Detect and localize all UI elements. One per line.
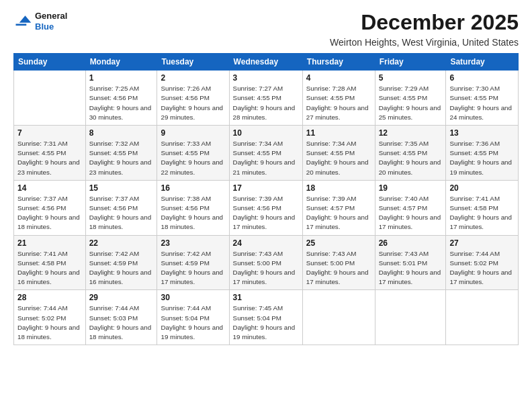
logo: General Blue [13, 11, 67, 32]
calendar-cell: 25Sunrise: 7:43 AMSunset: 5:00 PMDayligh… [302, 235, 375, 290]
day-info: Sunrise: 7:30 AMSunset: 4:55 PMDaylight:… [449, 85, 512, 121]
day-info: Sunrise: 7:45 AMSunset: 5:04 PMDaylight:… [233, 304, 296, 340]
svg-marker-0 [19, 15, 32, 23]
calendar-cell: 29Sunrise: 7:44 AMSunset: 5:03 PMDayligh… [85, 290, 157, 345]
calendar-cell [302, 290, 375, 345]
calendar-cell: 19Sunrise: 7:40 AMSunset: 4:57 PMDayligh… [375, 180, 446, 235]
calendar-cell: 24Sunrise: 7:43 AMSunset: 5:00 PMDayligh… [229, 235, 302, 290]
day-number: 20 [449, 183, 515, 193]
day-info: Sunrise: 7:37 AMSunset: 4:56 PMDaylight:… [89, 195, 152, 231]
calendar-table: SundayMondayTuesdayWednesdayThursdayFrid… [13, 53, 519, 345]
day-number: 2 [161, 73, 225, 83]
day-number: 26 [379, 238, 443, 248]
day-number: 12 [379, 128, 443, 138]
calendar-cell: 8Sunrise: 7:32 AMSunset: 4:55 PMDaylight… [85, 126, 157, 181]
weekday-header: Saturday [446, 54, 519, 71]
day-number: 17 [233, 183, 299, 193]
day-number: 30 [161, 293, 225, 302]
day-number: 29 [89, 293, 154, 302]
calendar-cell: 15Sunrise: 7:37 AMSunset: 4:56 PMDayligh… [85, 180, 157, 235]
day-info: Sunrise: 7:39 AMSunset: 4:57 PMDaylight:… [306, 195, 369, 231]
day-number: 15 [89, 183, 154, 193]
calendar-cell: 21Sunrise: 7:41 AMSunset: 4:58 PMDayligh… [14, 235, 86, 290]
day-number: 28 [17, 293, 82, 302]
day-number: 11 [306, 128, 371, 138]
calendar-cell: 4Sunrise: 7:28 AMSunset: 4:55 PMDaylight… [302, 71, 375, 126]
calendar-week-row: 28Sunrise: 7:44 AMSunset: 5:02 PMDayligh… [14, 290, 519, 345]
weekday-header: Tuesday [157, 54, 229, 71]
calendar-cell: 2Sunrise: 7:26 AMSunset: 4:56 PMDaylight… [157, 71, 229, 126]
calendar-week-row: 7Sunrise: 7:31 AMSunset: 4:55 PMDaylight… [14, 126, 519, 181]
logo-text-blue: Blue [35, 21, 67, 32]
day-number: 10 [233, 128, 299, 138]
day-info: Sunrise: 7:43 AMSunset: 5:01 PMDaylight:… [379, 250, 441, 286]
logo-text-general: General [35, 11, 67, 21]
calendar-week-row: 14Sunrise: 7:37 AMSunset: 4:56 PMDayligh… [14, 180, 519, 235]
calendar-cell [14, 71, 86, 126]
day-number: 24 [233, 238, 299, 248]
day-number: 4 [306, 73, 371, 83]
calendar-cell: 23Sunrise: 7:42 AMSunset: 4:59 PMDayligh… [157, 235, 229, 290]
calendar-cell: 13Sunrise: 7:36 AMSunset: 4:55 PMDayligh… [446, 126, 519, 181]
calendar-cell: 7Sunrise: 7:31 AMSunset: 4:55 PMDaylight… [14, 126, 86, 181]
day-info: Sunrise: 7:25 AMSunset: 4:56 PMDaylight:… [89, 85, 152, 121]
day-info: Sunrise: 7:33 AMSunset: 4:55 PMDaylight:… [161, 140, 223, 176]
day-info: Sunrise: 7:39 AMSunset: 4:56 PMDaylight:… [233, 195, 296, 231]
day-number: 5 [379, 73, 443, 83]
calendar-week-row: 1Sunrise: 7:25 AMSunset: 4:56 PMDaylight… [14, 71, 519, 126]
calendar-cell: 5Sunrise: 7:29 AMSunset: 4:55 PMDaylight… [375, 71, 446, 126]
calendar-cell: 20Sunrise: 7:41 AMSunset: 4:58 PMDayligh… [446, 180, 519, 235]
day-info: Sunrise: 7:32 AMSunset: 4:55 PMDaylight:… [89, 140, 152, 176]
day-info: Sunrise: 7:42 AMSunset: 4:59 PMDaylight:… [89, 250, 152, 286]
calendar-cell: 11Sunrise: 7:34 AMSunset: 4:55 PMDayligh… [302, 126, 375, 181]
weekday-header: Sunday [14, 54, 86, 71]
calendar-cell: 3Sunrise: 7:27 AMSunset: 4:55 PMDaylight… [229, 71, 302, 126]
day-number: 23 [161, 238, 225, 248]
day-info: Sunrise: 7:44 AMSunset: 5:04 PMDaylight:… [161, 304, 223, 340]
calendar-week-row: 21Sunrise: 7:41 AMSunset: 4:58 PMDayligh… [14, 235, 519, 290]
calendar-cell [375, 290, 446, 345]
day-number: 21 [17, 238, 82, 248]
calendar-cell: 1Sunrise: 7:25 AMSunset: 4:56 PMDaylight… [85, 71, 157, 126]
weekday-header: Friday [375, 54, 446, 71]
day-info: Sunrise: 7:34 AMSunset: 4:55 PMDaylight:… [306, 140, 369, 176]
day-number: 3 [233, 73, 299, 83]
calendar-cell: 9Sunrise: 7:33 AMSunset: 4:55 PMDaylight… [157, 126, 229, 181]
day-info: Sunrise: 7:27 AMSunset: 4:55 PMDaylight:… [233, 85, 296, 121]
day-info: Sunrise: 7:41 AMSunset: 4:58 PMDaylight:… [449, 195, 512, 231]
calendar-cell: 16Sunrise: 7:38 AMSunset: 4:56 PMDayligh… [157, 180, 229, 235]
day-number: 1 [89, 73, 154, 83]
logo-icon [13, 12, 32, 31]
day-info: Sunrise: 7:31 AMSunset: 4:55 PMDaylight:… [17, 140, 80, 176]
calendar-cell: 12Sunrise: 7:35 AMSunset: 4:55 PMDayligh… [375, 126, 446, 181]
weekday-header: Monday [85, 54, 157, 71]
calendar-cell: 30Sunrise: 7:44 AMSunset: 5:04 PMDayligh… [157, 290, 229, 345]
calendar-cell: 10Sunrise: 7:34 AMSunset: 4:55 PMDayligh… [229, 126, 302, 181]
weekday-header-row: SundayMondayTuesdayWednesdayThursdayFrid… [14, 54, 519, 71]
day-info: Sunrise: 7:41 AMSunset: 4:58 PMDaylight:… [17, 250, 80, 286]
day-info: Sunrise: 7:43 AMSunset: 5:00 PMDaylight:… [233, 250, 296, 286]
weekday-header: Wednesday [229, 54, 302, 71]
day-info: Sunrise: 7:36 AMSunset: 4:55 PMDaylight:… [449, 140, 512, 176]
day-info: Sunrise: 7:28 AMSunset: 4:55 PMDaylight:… [306, 85, 369, 121]
day-number: 14 [17, 183, 82, 193]
location-subtitle: Weirton Heights, West Virginia, United S… [13, 37, 519, 48]
day-number: 18 [306, 183, 371, 193]
day-info: Sunrise: 7:29 AMSunset: 4:55 PMDaylight:… [379, 85, 441, 121]
day-info: Sunrise: 7:44 AMSunset: 5:03 PMDaylight:… [89, 304, 152, 340]
day-number: 8 [89, 128, 154, 138]
day-info: Sunrise: 7:44 AMSunset: 5:02 PMDaylight:… [17, 304, 80, 340]
day-info: Sunrise: 7:34 AMSunset: 4:55 PMDaylight:… [233, 140, 296, 176]
calendar-cell: 17Sunrise: 7:39 AMSunset: 4:56 PMDayligh… [229, 180, 302, 235]
day-number: 9 [161, 128, 225, 138]
day-number: 31 [233, 293, 299, 302]
day-info: Sunrise: 7:42 AMSunset: 4:59 PMDaylight:… [161, 250, 223, 286]
calendar-cell: 6Sunrise: 7:30 AMSunset: 4:55 PMDaylight… [446, 71, 519, 126]
day-number: 16 [161, 183, 225, 193]
calendar-cell: 14Sunrise: 7:37 AMSunset: 4:56 PMDayligh… [14, 180, 86, 235]
month-title: December 2025 [361, 11, 519, 34]
page-container: General Blue December 2025 Weirton Heigh… [0, 0, 532, 352]
day-number: 27 [449, 238, 515, 248]
calendar-cell: 22Sunrise: 7:42 AMSunset: 4:59 PMDayligh… [85, 235, 157, 290]
calendar-cell [446, 290, 519, 345]
